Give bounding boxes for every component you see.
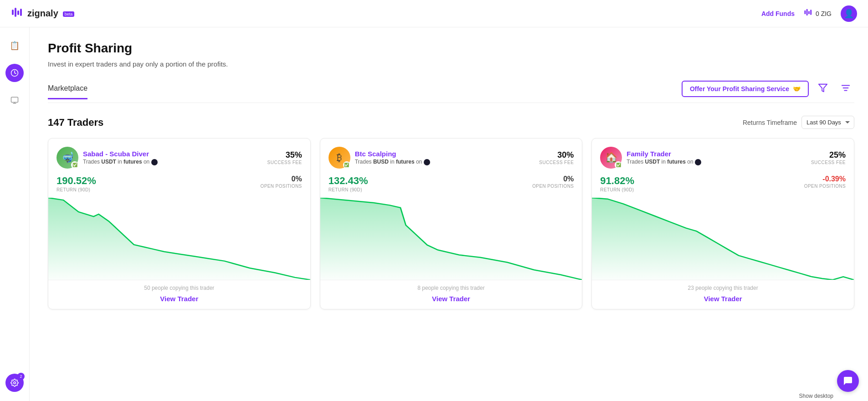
open-positions-label: OPEN POSITIONS xyxy=(532,184,574,189)
view-trader-button[interactable]: View Trader xyxy=(56,295,302,303)
notification-badge: 2 xyxy=(17,373,25,380)
card-footer: 23 people copying this trader View Trade… xyxy=(592,280,854,309)
fee-label: SUCCESS FEE xyxy=(539,160,574,165)
card-header: 🏠 ✅ Family Trader Trades USDT in futures… xyxy=(592,139,854,198)
svg-rect-6 xyxy=(808,11,810,14)
return-value: 91.82% xyxy=(600,175,634,187)
return-stat: 132.43% RETURN (90D) xyxy=(329,175,368,192)
open-positions-label: OPEN POSITIONS xyxy=(804,184,846,189)
fee-info: 30% SUCCESS FEE xyxy=(539,150,574,165)
svg-point-10 xyxy=(14,382,16,384)
exchange-icon xyxy=(424,159,430,165)
card-header: 🤿 ✅ Sabad - Scuba Diver Trades USDT in f… xyxy=(48,139,310,198)
svg-rect-7 xyxy=(810,10,812,15)
tab-row: Marketplace Offer Your Profit Sharing Se… xyxy=(48,81,854,103)
view-trader-button[interactable]: View Trader xyxy=(329,295,574,303)
return-value: 190.52% xyxy=(56,175,96,187)
avatar[interactable]: 👤 xyxy=(841,5,857,22)
sidebar-item-clipboard[interactable]: 📋 xyxy=(5,36,24,55)
trader-card: 🏠 ✅ Family Trader Trades USDT in futures… xyxy=(591,138,854,309)
chat-fab-button[interactable] xyxy=(837,370,859,392)
trader-card: 🤿 ✅ Sabad - Scuba Diver Trades USDT in f… xyxy=(48,138,311,309)
svg-rect-4 xyxy=(804,10,806,15)
fee-info: 35% SUCCESS FEE xyxy=(267,150,302,165)
trader-left: ₿ ✅ Btc Scalping Trades BUSD in futures … xyxy=(329,147,430,169)
sort-button[interactable] xyxy=(837,81,854,97)
trader-card: ₿ ✅ Btc Scalping Trades BUSD in futures … xyxy=(320,138,583,309)
return-stat: 91.82% RETURN (90D) xyxy=(600,175,634,192)
zig-icon xyxy=(804,8,813,19)
show-desktop-button[interactable]: Show desktop xyxy=(799,393,833,399)
fee-label: SUCCESS FEE xyxy=(267,160,302,165)
trader-details: Sabad - Scuba Diver Trades USDT in futur… xyxy=(83,150,158,165)
card-header: ₿ ✅ Btc Scalping Trades BUSD in futures … xyxy=(320,139,582,198)
card-footer: 50 people copying this trader View Trade… xyxy=(48,280,310,309)
svg-rect-9 xyxy=(11,97,18,102)
svg-rect-5 xyxy=(806,9,808,15)
sidebar-item-clock[interactable] xyxy=(5,64,24,82)
chart-area xyxy=(48,198,310,280)
card-stats: 190.52% RETURN (90D) 0% OPEN POSITIONS xyxy=(56,175,302,192)
fee-percentage: 25% xyxy=(811,150,846,160)
fee-info: 25% SUCCESS FEE xyxy=(811,150,846,165)
stat-row: 132.43% RETURN (90D) 0% OPEN POSITIONS xyxy=(329,175,574,192)
trader-desc: Trades BUSD in futures on xyxy=(355,159,430,165)
stat-row: 190.52% RETURN (90D) 0% OPEN POSITIONS xyxy=(56,175,302,192)
trader-left: 🤿 ✅ Sabad - Scuba Diver Trades USDT in f… xyxy=(56,147,158,169)
copying-count: 23 people copying this trader xyxy=(600,285,846,291)
tab-marketplace[interactable]: Marketplace xyxy=(48,84,87,99)
view-trader-button[interactable]: View Trader xyxy=(600,295,846,303)
fee-percentage: 30% xyxy=(539,150,574,160)
timeframe-control: Returns Timeframe Last 90 Days Last 30 D… xyxy=(743,116,854,129)
stat-row: 91.82% RETURN (90D) -0.39% OPEN POSITION… xyxy=(600,175,846,192)
avatar-icon: 👤 xyxy=(844,9,854,19)
open-positions-value: 0% xyxy=(260,175,302,183)
chart-area xyxy=(320,198,582,280)
open-positions-stat: -0.39% OPEN POSITIONS xyxy=(804,175,846,189)
trader-info: 🤿 ✅ Sabad - Scuba Diver Trades USDT in f… xyxy=(56,147,302,169)
add-funds-button[interactable]: Add Funds xyxy=(761,10,795,17)
zig-balance: 0 ZIG xyxy=(804,8,832,19)
filter-button[interactable] xyxy=(814,81,832,97)
trader-desc: Trades USDT in futures on xyxy=(83,159,158,165)
trader-details: Family Trader Trades USDT in futures on xyxy=(627,150,701,165)
svg-rect-2 xyxy=(17,10,19,15)
topnav: zignaly beta Add Funds 0 ZIG 👤 xyxy=(0,0,868,27)
timeframe-label: Returns Timeframe xyxy=(743,119,797,126)
open-positions-stat: 0% OPEN POSITIONS xyxy=(532,175,574,189)
card-stats: 132.43% RETURN (90D) 0% OPEN POSITIONS xyxy=(329,175,574,192)
return-label: RETURN (90D) xyxy=(600,187,634,192)
card-stats: 91.82% RETURN (90D) -0.39% OPEN POSITION… xyxy=(600,175,846,192)
chart-area xyxy=(592,198,854,280)
sidebar-item-monitor[interactable] xyxy=(5,91,24,109)
svg-rect-0 xyxy=(12,10,14,15)
offer-service-button[interactable]: Offer Your Profit Sharing Service 🤝 xyxy=(682,81,809,97)
trader-avatar-wrap: ₿ ✅ xyxy=(329,147,350,169)
fee-label: SUCCESS FEE xyxy=(811,160,846,165)
logo: zignaly beta xyxy=(11,6,74,21)
copying-count: 8 people copying this trader xyxy=(329,285,574,291)
exchange-icon xyxy=(695,159,701,165)
trader-avatar-wrap: 🤿 ✅ xyxy=(56,147,78,169)
open-positions-value: -0.39% xyxy=(804,175,846,183)
verified-icon: ✅ xyxy=(615,161,622,169)
exchange-icon xyxy=(151,159,158,165)
main-content: Profit Sharing Invest in expert traders … xyxy=(30,27,868,401)
zig-balance-text: 0 ZIG xyxy=(816,10,832,17)
offer-icon: 🤝 xyxy=(793,85,801,93)
svg-rect-1 xyxy=(15,8,16,17)
nav-right: Add Funds 0 ZIG 👤 xyxy=(761,5,857,22)
open-positions-value: 0% xyxy=(532,175,574,183)
copying-count: 50 people copying this trader xyxy=(56,285,302,291)
trader-name: Family Trader xyxy=(627,150,701,158)
timeframe-select[interactable]: Last 90 Days Last 30 Days Last 7 Days xyxy=(801,116,854,129)
card-footer: 8 people copying this trader View Trader xyxy=(320,280,582,309)
return-value: 132.43% xyxy=(329,175,368,187)
trader-avatar-wrap: 🏠 ✅ xyxy=(600,147,622,169)
verified-icon: ✅ xyxy=(71,161,78,169)
offer-service-label: Offer Your Profit Sharing Service xyxy=(690,85,789,93)
fee-percentage: 35% xyxy=(267,150,302,160)
beta-badge: beta xyxy=(63,11,75,17)
traders-count: 147 Traders xyxy=(48,117,103,129)
trader-info: 🏠 ✅ Family Trader Trades USDT in futures… xyxy=(600,147,846,169)
